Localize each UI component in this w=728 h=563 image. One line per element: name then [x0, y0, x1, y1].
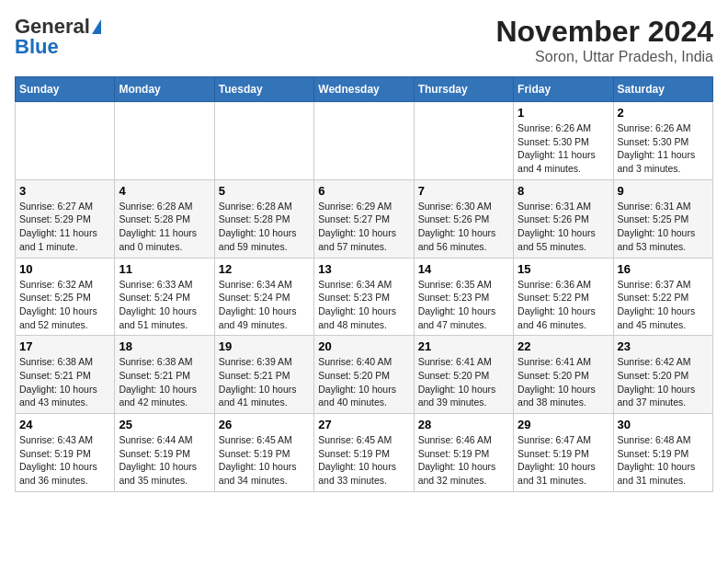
- day-info: Sunrise: 6:38 AM Sunset: 5:21 PM Dayligh…: [19, 355, 110, 409]
- calendar-cell: [414, 102, 513, 180]
- day-info: Sunrise: 6:47 AM Sunset: 5:19 PM Dayligh…: [518, 433, 609, 488]
- day-info: Sunrise: 6:29 AM Sunset: 5:27 PM Dayligh…: [318, 200, 409, 254]
- day-info: Sunrise: 6:39 AM Sunset: 5:21 PM Dayligh…: [219, 355, 310, 409]
- calendar-cell: 6Sunrise: 6:29 AM Sunset: 5:27 PM Daylig…: [314, 179, 414, 258]
- day-info: Sunrise: 6:34 AM Sunset: 5:23 PM Dayligh…: [318, 278, 409, 332]
- day-info: Sunrise: 6:42 AM Sunset: 5:20 PM Dayligh…: [618, 355, 709, 409]
- day-info: Sunrise: 6:48 AM Sunset: 5:19 PM Dayligh…: [618, 433, 709, 488]
- calendar-cell: 5Sunrise: 6:28 AM Sunset: 5:28 PM Daylig…: [214, 179, 313, 258]
- header-thursday: Thursday: [414, 77, 513, 102]
- day-info: Sunrise: 6:31 AM Sunset: 5:25 PM Dayligh…: [618, 200, 709, 254]
- calendar-cell: [115, 102, 214, 180]
- logo-arrow-icon: [92, 19, 101, 34]
- day-info: Sunrise: 6:34 AM Sunset: 5:24 PM Dayligh…: [219, 278, 310, 332]
- day-number: 26: [219, 418, 310, 431]
- day-info: Sunrise: 6:30 AM Sunset: 5:26 PM Dayligh…: [418, 200, 509, 254]
- calendar-cell: 15Sunrise: 6:36 AM Sunset: 5:22 PM Dayli…: [514, 258, 613, 336]
- day-info: Sunrise: 6:31 AM Sunset: 5:26 PM Dayligh…: [518, 200, 609, 254]
- calendar-cell: 22Sunrise: 6:41 AM Sunset: 5:20 PM Dayli…: [514, 336, 613, 414]
- day-number: 12: [219, 262, 310, 276]
- calendar-cell: 12Sunrise: 6:34 AM Sunset: 5:24 PM Dayli…: [214, 258, 313, 336]
- day-info: Sunrise: 6:45 AM Sunset: 5:19 PM Dayligh…: [318, 433, 409, 488]
- day-number: 28: [418, 418, 509, 431]
- day-number: 23: [618, 339, 709, 353]
- calendar-cell: 27Sunrise: 6:45 AM Sunset: 5:19 PM Dayli…: [314, 414, 414, 492]
- day-number: 20: [318, 339, 409, 353]
- calendar-cell: 9Sunrise: 6:31 AM Sunset: 5:25 PM Daylig…: [613, 179, 712, 258]
- calendar-cell: 7Sunrise: 6:30 AM Sunset: 5:26 PM Daylig…: [414, 179, 513, 258]
- calendar-cell: 2Sunrise: 6:26 AM Sunset: 5:30 PM Daylig…: [613, 102, 712, 180]
- day-info: Sunrise: 6:26 AM Sunset: 5:30 PM Dayligh…: [618, 121, 709, 176]
- day-number: 25: [119, 418, 210, 431]
- day-info: Sunrise: 6:38 AM Sunset: 5:21 PM Dayligh…: [119, 355, 210, 409]
- day-info: Sunrise: 6:32 AM Sunset: 5:25 PM Dayligh…: [19, 278, 110, 332]
- day-number: 22: [518, 339, 609, 353]
- day-info: Sunrise: 6:44 AM Sunset: 5:19 PM Dayligh…: [119, 433, 210, 488]
- day-number: 29: [518, 418, 609, 431]
- logo-blue: Blue: [15, 35, 59, 59]
- day-info: Sunrise: 6:40 AM Sunset: 5:20 PM Dayligh…: [318, 355, 409, 409]
- day-info: Sunrise: 6:45 AM Sunset: 5:19 PM Dayligh…: [219, 433, 310, 488]
- day-number: 21: [418, 339, 509, 353]
- day-number: 5: [219, 184, 310, 198]
- calendar-cell: 25Sunrise: 6:44 AM Sunset: 5:19 PM Dayli…: [115, 414, 214, 492]
- day-number: 13: [318, 262, 409, 276]
- calendar-cell: 10Sunrise: 6:32 AM Sunset: 5:25 PM Dayli…: [16, 258, 115, 336]
- day-number: 6: [318, 184, 409, 198]
- calendar-cell: 3Sunrise: 6:27 AM Sunset: 5:29 PM Daylig…: [16, 179, 115, 258]
- header-sunday: Sunday: [16, 77, 115, 102]
- calendar-cell: 19Sunrise: 6:39 AM Sunset: 5:21 PM Dayli…: [214, 336, 313, 414]
- calendar-week-2: 10Sunrise: 6:32 AM Sunset: 5:25 PM Dayli…: [16, 258, 713, 336]
- day-number: 2: [618, 106, 709, 120]
- day-number: 1: [518, 106, 609, 120]
- day-number: 15: [518, 262, 609, 276]
- calendar-table: SundayMondayTuesdayWednesdayThursdayFrid…: [15, 76, 713, 492]
- calendar-cell: 26Sunrise: 6:45 AM Sunset: 5:19 PM Dayli…: [214, 414, 313, 492]
- page-title: November 2024: [495, 15, 713, 49]
- header-tuesday: Tuesday: [214, 77, 313, 102]
- calendar-cell: [214, 102, 313, 180]
- calendar-cell: 13Sunrise: 6:34 AM Sunset: 5:23 PM Dayli…: [314, 258, 414, 336]
- calendar-cell: 11Sunrise: 6:33 AM Sunset: 5:24 PM Dayli…: [115, 258, 214, 336]
- header-saturday: Saturday: [613, 77, 712, 102]
- day-info: Sunrise: 6:26 AM Sunset: 5:30 PM Dayligh…: [518, 121, 609, 176]
- day-number: 7: [418, 184, 509, 198]
- calendar-cell: 20Sunrise: 6:40 AM Sunset: 5:20 PM Dayli…: [314, 336, 414, 414]
- day-number: 14: [418, 262, 509, 276]
- calendar-body: 1Sunrise: 6:26 AM Sunset: 5:30 PM Daylig…: [16, 102, 713, 492]
- calendar-cell: 16Sunrise: 6:37 AM Sunset: 5:22 PM Dayli…: [613, 258, 712, 336]
- calendar-cell: [314, 102, 414, 180]
- logo: General Blue: [15, 15, 101, 59]
- day-number: 9: [618, 184, 709, 198]
- header-wednesday: Wednesday: [314, 77, 414, 102]
- day-number: 8: [518, 184, 609, 198]
- calendar-cell: 30Sunrise: 6:48 AM Sunset: 5:19 PM Dayli…: [613, 414, 712, 492]
- calendar-cell: 8Sunrise: 6:31 AM Sunset: 5:26 PM Daylig…: [514, 179, 613, 258]
- day-info: Sunrise: 6:33 AM Sunset: 5:24 PM Dayligh…: [119, 278, 210, 332]
- calendar-cell: 18Sunrise: 6:38 AM Sunset: 5:21 PM Dayli…: [115, 336, 214, 414]
- day-info: Sunrise: 6:41 AM Sunset: 5:20 PM Dayligh…: [518, 355, 609, 409]
- calendar-week-4: 24Sunrise: 6:43 AM Sunset: 5:19 PM Dayli…: [16, 414, 713, 492]
- calendar-week-0: 1Sunrise: 6:26 AM Sunset: 5:30 PM Daylig…: [16, 102, 713, 180]
- day-info: Sunrise: 6:27 AM Sunset: 5:29 PM Dayligh…: [19, 200, 110, 254]
- day-number: 10: [19, 262, 110, 276]
- day-number: 19: [219, 339, 310, 353]
- day-number: 24: [19, 418, 110, 431]
- day-number: 4: [119, 184, 210, 198]
- day-number: 3: [19, 184, 110, 198]
- day-info: Sunrise: 6:35 AM Sunset: 5:23 PM Dayligh…: [418, 278, 509, 332]
- day-info: Sunrise: 6:46 AM Sunset: 5:19 PM Dayligh…: [418, 433, 509, 488]
- page-header: General Blue November 2024 Soron, Uttar …: [15, 15, 713, 65]
- day-info: Sunrise: 6:43 AM Sunset: 5:19 PM Dayligh…: [19, 433, 110, 488]
- calendar-cell: 28Sunrise: 6:46 AM Sunset: 5:19 PM Dayli…: [414, 414, 513, 492]
- day-number: 16: [618, 262, 709, 276]
- calendar-cell: 29Sunrise: 6:47 AM Sunset: 5:19 PM Dayli…: [514, 414, 613, 492]
- day-info: Sunrise: 6:28 AM Sunset: 5:28 PM Dayligh…: [219, 200, 310, 254]
- calendar-week-1: 3Sunrise: 6:27 AM Sunset: 5:29 PM Daylig…: [16, 179, 713, 258]
- calendar-cell: 14Sunrise: 6:35 AM Sunset: 5:23 PM Dayli…: [414, 258, 513, 336]
- calendar-cell: 4Sunrise: 6:28 AM Sunset: 5:28 PM Daylig…: [115, 179, 214, 258]
- calendar-cell: 1Sunrise: 6:26 AM Sunset: 5:30 PM Daylig…: [514, 102, 613, 180]
- day-number: 11: [119, 262, 210, 276]
- day-number: 30: [618, 418, 709, 431]
- day-info: Sunrise: 6:36 AM Sunset: 5:22 PM Dayligh…: [518, 278, 609, 332]
